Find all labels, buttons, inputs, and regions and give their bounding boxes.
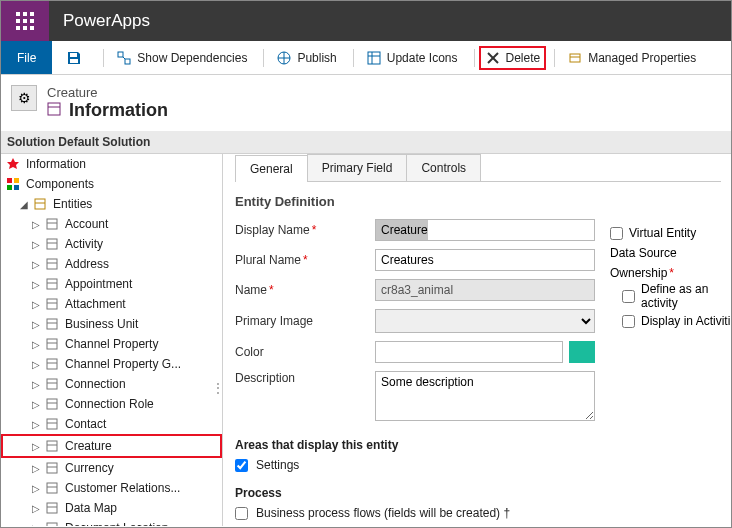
sidenav-item-entity[interactable]: ▷Appointment [1,274,222,294]
waffle-menu[interactable] [1,1,49,41]
input-plural-name[interactable] [375,249,595,271]
expand-icon[interactable]: ▷ [31,399,41,410]
svg-rect-48 [47,399,57,409]
entity-icon [44,256,60,272]
textarea-description[interactable] [375,371,595,421]
select-primary-image[interactable] [375,309,595,333]
sidenav-label: Entities [53,197,92,211]
delete-button[interactable]: Delete [479,46,547,70]
checkbox-bpf[interactable] [235,507,248,520]
expand-icon[interactable]: ▷ [31,463,41,474]
entity-icon [44,480,60,496]
sidenav-item-information[interactable]: Information [1,154,222,174]
checkbox-area-settings[interactable] [235,459,248,472]
entity-icon [44,500,60,516]
sidenav-item-entity[interactable]: ▷Currency [1,458,222,478]
svg-rect-1 [23,12,27,16]
svg-rect-30 [47,219,57,229]
expand-icon[interactable]: ▷ [31,259,41,270]
expand-icon[interactable]: ▷ [31,441,41,452]
expand-icon[interactable]: ▷ [31,219,41,230]
publish-button[interactable]: Publish [268,46,344,70]
expand-icon[interactable]: ▷ [31,299,41,310]
checkbox-define-activity[interactable] [622,290,635,303]
sidenav-item-entity[interactable]: ▷Address [1,254,222,274]
svg-rect-44 [47,359,57,369]
sidenav-item-entity[interactable]: ▷Document Location [1,518,222,526]
entity-icon [44,336,60,352]
sidenav-label: Address [65,257,109,271]
information-icon [5,156,21,172]
sidenav-label: Channel Property G... [65,357,181,371]
color-swatch[interactable] [569,341,595,363]
svg-rect-28 [35,199,45,209]
show-dependencies-label: Show Dependencies [137,51,247,65]
sidenav-item-entity[interactable]: ▷Channel Property [1,334,222,354]
sidenav-item-entity[interactable]: ▷Creature [1,434,222,458]
collapse-icon[interactable]: ◢ [19,199,29,210]
expand-icon[interactable]: ▷ [31,523,41,527]
file-menu-button[interactable]: File [1,41,52,74]
svg-rect-32 [47,239,57,249]
sidenav-item-components[interactable]: Components [1,174,222,194]
expand-icon[interactable]: ▷ [31,483,41,494]
sidenav-item-entities[interactable]: ◢ Entities [1,194,222,214]
sidenav-label: Creature [65,439,112,453]
publish-label: Publish [297,51,336,65]
svg-rect-25 [14,178,19,183]
sidenav-label: Currency [65,461,114,475]
sidenav-label: Components [26,177,94,191]
svg-rect-34 [47,259,57,269]
checkbox-display-activities[interactable] [622,315,635,328]
sidenav-item-entity[interactable]: ▷Business Unit [1,314,222,334]
sidenav-item-entity[interactable]: ▷Data Map [1,498,222,518]
label-color: Color [235,345,375,359]
svg-rect-24 [7,178,12,183]
tab-primary-field[interactable]: Primary Field [307,154,408,181]
entities-icon [32,196,48,212]
entity-icon [44,416,60,432]
dependencies-icon [116,50,132,66]
sidenav-item-entity[interactable]: ▷Connection [1,374,222,394]
sidenav-label: Account [65,217,108,231]
label-plural-name: Plural Name* [235,253,375,267]
expand-icon[interactable]: ▷ [31,319,41,330]
sidenav-item-entity[interactable]: ▷Attachment [1,294,222,314]
show-dependencies-button[interactable]: Show Dependencies [108,46,255,70]
expand-icon[interactable]: ▷ [31,379,41,390]
svg-rect-42 [47,339,57,349]
input-display-name[interactable] [375,219,595,241]
checkbox-virtual-entity[interactable] [610,227,623,240]
entity-icon [44,236,60,252]
sidenav-item-entity[interactable]: ▷Customer Relations... [1,478,222,498]
save-button[interactable] [58,46,95,70]
sidenav-label: Document Location [65,521,168,526]
sidenav-item-entity[interactable]: ▷Account [1,214,222,234]
svg-rect-26 [7,185,12,190]
input-color[interactable] [375,341,563,363]
managed-properties-icon [567,50,583,66]
breadcrumb: Creature [47,85,168,100]
managed-properties-button[interactable]: Managed Properties [559,46,704,70]
sidenav-item-entity[interactable]: ▷Contact [1,414,222,434]
expand-icon[interactable]: ▷ [31,503,41,514]
sidenav-item-entity[interactable]: ▷Channel Property G... [1,354,222,374]
right-column: Virtual Entity Data Source Ownership* De… [610,226,732,332]
expand-icon[interactable]: ▷ [31,239,41,250]
svg-rect-50 [47,419,57,429]
expand-icon[interactable]: ▷ [31,359,41,370]
expand-icon[interactable]: ▷ [31,339,41,350]
tab-controls[interactable]: Controls [406,154,481,181]
expand-icon[interactable]: ▷ [31,419,41,430]
update-icons-button[interactable]: Update Icons [358,46,466,70]
sidenav-item-entity[interactable]: ▷Connection Role [1,394,222,414]
tab-general[interactable]: General [235,155,308,182]
expand-icon[interactable]: ▷ [31,279,41,290]
sidenav-label: Information [26,157,86,171]
svg-rect-8 [30,26,34,30]
sidenav-item-entity[interactable]: ▷Activity [1,234,222,254]
sidenav-resize-handle[interactable]: ⋮ [214,377,222,399]
label-define-activity: Define as an activity [641,282,732,310]
update-icons-label: Update Icons [387,51,458,65]
sidenav-label: Activity [65,237,103,251]
